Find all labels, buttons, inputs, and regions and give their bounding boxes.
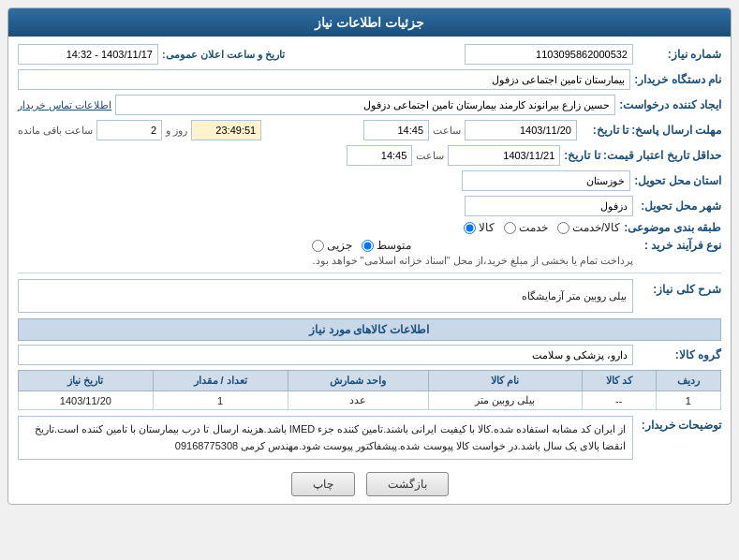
- tabaghe-kala-khedmat[interactable]: کالا/خدمت: [557, 221, 620, 234]
- navFarand-motevaset-radio[interactable]: [362, 240, 374, 252]
- ittesalat-link[interactable]: اطلاعات تماس خریدار: [18, 99, 111, 111]
- page-title: جزئیات اطلاعات نیاز: [8, 8, 731, 37]
- tabaghe-khedmat[interactable]: خدمت: [504, 221, 548, 234]
- mohlat-days-input[interactable]: [96, 120, 162, 140]
- cell-vahed: عدد: [288, 391, 428, 410]
- mohlat-days-label: روز و: [166, 125, 187, 137]
- mohlat-remaining-label: ساعت باقی مانده: [18, 125, 93, 137]
- cell-radif: 1: [656, 391, 721, 410]
- tabaghe-khedmat-radio[interactable]: [504, 222, 516, 234]
- items-table: ردیف کد کالا نام کالا واحد شمارش تعداد /…: [18, 370, 721, 410]
- back-button[interactable]: بازگشت: [366, 472, 449, 496]
- date-label: تاریخ و ساعت اعلان عمومی:: [162, 49, 285, 61]
- col-tedad: تعداد / مقدار: [153, 371, 288, 391]
- col-radif: ردیف: [656, 371, 721, 391]
- desc-box: از ایران کد مشابه استفاده شده.کالا با کی…: [18, 416, 633, 460]
- groupKala-label: گروه کالا:: [637, 348, 721, 361]
- cell-tarikh: 1403/11/20: [19, 391, 154, 410]
- hedafat-label: حداقل تاریخ اعتبار قیمت: تا تاریخ:: [564, 149, 721, 162]
- ostan-label: استان محل تحویل:: [634, 174, 721, 187]
- shomareNiaz-input[interactable]: [465, 44, 633, 65]
- tabaghe-label: طبقه بندی موضوعی:: [624, 221, 721, 234]
- table-row: 1--بیلی روبین مترعدد11403/11/20: [19, 391, 721, 410]
- mohlat-time-input[interactable]: [363, 120, 429, 140]
- navFarand-radio-group: جزیی متوسط: [312, 239, 633, 252]
- shahr-label: شهر محل تحویل:: [637, 199, 721, 213]
- tabaghe-kala[interactable]: کالا: [464, 221, 495, 234]
- hedafat-date-input[interactable]: [448, 145, 560, 166]
- navFarand-jozii-label: جزیی: [327, 239, 352, 252]
- cell-tedad: 1: [153, 391, 288, 410]
- navFarand-jozii-radio[interactable]: [312, 240, 324, 252]
- col-kodKala: کد کالا: [582, 371, 656, 391]
- hedafat-saah-label: ساعت: [416, 150, 444, 162]
- footer-buttons: بازگشت چاپ: [18, 472, 721, 496]
- ostan-input[interactable]: [462, 170, 630, 191]
- tabaghe-khedmat-label: خدمت: [519, 221, 548, 234]
- mohlat-saah-label: ساعت: [433, 125, 461, 137]
- sharh-value: بیلی روبین متر آزمایشگاه: [522, 290, 627, 302]
- namDastgah-input[interactable]: [18, 69, 630, 90]
- tabaghe-kala-radio[interactable]: [464, 222, 476, 234]
- col-vahed: واحد شمارش: [288, 371, 428, 391]
- navFarand-jozii[interactable]: جزیی: [312, 239, 352, 252]
- print-button[interactable]: چاپ: [291, 472, 355, 496]
- mohlat-remaining-input[interactable]: [191, 120, 261, 140]
- tabaghe-kala-khedmat-radio[interactable]: [557, 222, 569, 234]
- hedafat-time-input[interactable]: [347, 145, 412, 166]
- navFarand-motevaset-label: متوسط: [377, 239, 411, 252]
- sharh-box: بیلی روبین متر آزمایشگاه: [18, 279, 633, 313]
- kalaInfo-title: اطلاعات کالاهای مورد نیاز: [18, 318, 721, 341]
- desc-label: توضیحات خریدار:: [637, 416, 721, 432]
- namDastgah-label: نام دستگاه خریدار:: [634, 73, 721, 86]
- desc-value: از ایران کد مشابه استفاده شده.کالا با کی…: [35, 423, 626, 451]
- ijadKonande-input[interactable]: [115, 95, 615, 115]
- date-input[interactable]: [18, 44, 158, 65]
- navFarand-label: نوع فرآیند خرید :: [637, 239, 721, 252]
- navFarand-desc: پرداخت تمام یا بخشی از مبلغ خرید،از محل …: [312, 255, 633, 267]
- mohlat-label: مهلت ارسال پاسخ: تا تاریخ:: [581, 124, 721, 137]
- ijadKonande-label: ایجاد کننده درخواست:: [619, 98, 721, 111]
- shomareNiaz-label: شماره نیاز:: [637, 48, 721, 61]
- col-tarikh: تاریخ نیاز: [19, 371, 154, 391]
- mohlat-date-input[interactable]: [465, 120, 577, 140]
- col-namKala: نام کالا: [428, 371, 582, 391]
- groupKala-input[interactable]: [18, 345, 633, 365]
- sharh-label: شرح کلی نیاز:: [637, 279, 721, 296]
- navFarand-motevaset[interactable]: متوسط: [362, 239, 411, 252]
- shahr-input[interactable]: [465, 196, 633, 216]
- tabaghe-kala-khedmat-label: کالا/خدمت: [572, 221, 620, 234]
- tabaghe-kala-label: کالا: [479, 221, 495, 234]
- cell-kodKala: --: [582, 391, 656, 410]
- tabaghe-radio-group: کالا خدمت کالا/خدمت: [464, 221, 620, 234]
- cell-namKala: بیلی روبین متر: [428, 391, 582, 410]
